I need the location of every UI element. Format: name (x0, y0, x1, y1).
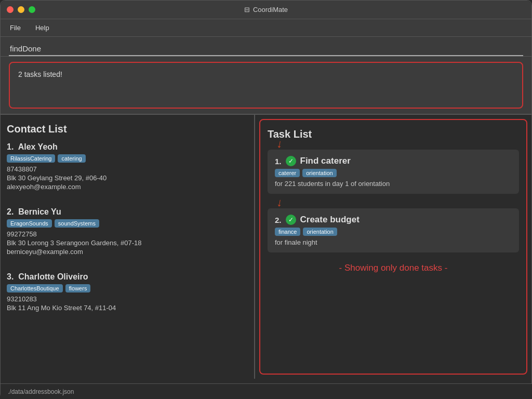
task-item-wrapper: ↓ 1. ✓ Find caterer caterer orientation … (268, 150, 519, 194)
contact-tag: EragonSounds (7, 219, 52, 228)
contact-item: 2. Bernice Yu EragonSounds soundSystems … (7, 207, 248, 264)
command-input[interactable] (9, 42, 523, 56)
task-tags: finance orientation (275, 228, 512, 236)
task-tag: orientation (303, 228, 337, 236)
contact-tag: flowers (65, 284, 91, 292)
output-text: 2 tasks listed! (18, 70, 62, 78)
contact-tag: soundSystems (55, 219, 99, 228)
contact-item: 3. Charlotte Oliveiro CharlottesBoutique… (7, 272, 248, 320)
contact-tags: CharlottesBoutique flowers (7, 284, 248, 292)
contact-address: Blk 30 Geylang Street 29, #06-40 (7, 174, 248, 182)
contact-email: berniceyu@example.com (7, 248, 248, 256)
command-area (1, 37, 531, 57)
output-box: 2 tasks listed! (9, 62, 523, 109)
status-text: ./data/addressbook.json (8, 388, 74, 395)
menu-help[interactable]: Help (32, 22, 52, 34)
window-title: ⊟ CoordiMate (244, 6, 288, 14)
menu-file[interactable]: File (7, 22, 24, 34)
task-tag: finance (275, 228, 300, 236)
contact-panel: Contact List 1. Alex Yeoh RilassisCateri… (1, 115, 255, 379)
task-panel-title: Task List (268, 128, 519, 140)
contact-phone: 87438807 (7, 165, 248, 173)
task-tag: orientation (302, 169, 336, 177)
task-number: 2. (275, 216, 282, 224)
contact-address: Blk 11 Ang Mo Kio Street 74, #11-04 (7, 304, 248, 312)
maximize-button[interactable] (29, 6, 35, 13)
task-tags: caterer orientation (275, 169, 512, 177)
traffic-lights (7, 6, 35, 13)
contact-phone: 93210283 (7, 295, 248, 303)
task-item-wrapper: ↓ 2. ✓ Create budget finance orientation… (268, 208, 519, 252)
contact-name: 2. Bernice Yu (7, 207, 248, 217)
close-button[interactable] (7, 6, 14, 13)
contact-email: alexyeoh@example.com (7, 183, 248, 191)
contact-phone: 99272758 (7, 230, 248, 238)
contact-name: 1. Alex Yeoh (7, 142, 248, 152)
task-header: 1. ✓ Find caterer (275, 156, 512, 166)
task-item: 2. ✓ Create budget finance orientation f… (268, 208, 519, 252)
contact-tag: RilassisCatering (7, 154, 55, 163)
menu-bar: File Help (1, 19, 531, 37)
contact-tag: CharlottesBoutique (7, 284, 63, 292)
done-icon: ✓ (286, 215, 296, 225)
done-icon: ✓ (286, 156, 296, 166)
contact-item: 1. Alex Yeoh RilassisCatering catering 8… (7, 142, 248, 199)
task-description: for finale night (275, 238, 512, 246)
title-bar: ⊟ CoordiMate (1, 1, 531, 19)
contact-tag: catering (58, 154, 85, 163)
task-number: 1. (275, 157, 282, 166)
task-description: for 221 students in day 1 of orientation (275, 180, 512, 188)
window-icon: ⊟ (244, 6, 250, 14)
output-area: 2 tasks listed! (1, 57, 531, 114)
minimize-button[interactable] (18, 6, 24, 13)
main-panels: Contact List 1. Alex Yeoh RilassisCateri… (1, 115, 531, 379)
contact-panel-title: Contact List (7, 123, 248, 135)
task-header: 2. ✓ Create budget (275, 215, 512, 225)
task-title: Find caterer (300, 156, 351, 166)
arrow-icon: ↓ (276, 195, 284, 210)
task-item: 1. ✓ Find caterer caterer orientation fo… (268, 150, 519, 194)
task-tag: caterer (275, 169, 300, 177)
task-title: Create budget (300, 215, 360, 225)
status-bar: ./data/addressbook.json (1, 383, 532, 399)
contact-address: Blk 30 Lorong 3 Serangoon Gardens, #07-1… (7, 239, 248, 247)
showing-label: - Showing only done tasks - (268, 263, 519, 273)
contact-tags: RilassisCatering catering (7, 154, 248, 163)
task-panel: Task List ↓ 1. ✓ Find caterer caterer or… (259, 119, 527, 375)
contact-tags: EragonSounds soundSystems (7, 219, 248, 228)
contact-name: 3. Charlotte Oliveiro (7, 272, 248, 282)
